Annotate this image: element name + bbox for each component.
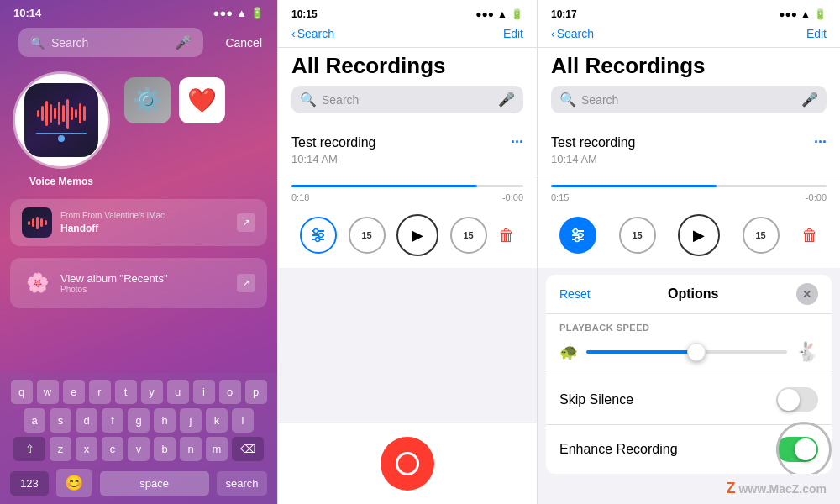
key-c[interactable]: c	[102, 437, 123, 461]
enhance-recording-row-wrapper: Enhance Recording	[546, 424, 832, 474]
speed-slider[interactable]	[586, 350, 787, 354]
phone2-play-button[interactable]: ▶	[396, 214, 438, 256]
phone2-skip-fwd-button[interactable]: 15	[450, 217, 487, 254]
phone3-title: All Recordings	[551, 53, 827, 79]
key-g[interactable]: g	[128, 408, 150, 433]
options-reset-button[interactable]: Reset	[559, 287, 591, 301]
phone2-recording-item[interactable]: Test recording ··· 10:14 AM	[278, 123, 537, 176]
key-d[interactable]: d	[76, 408, 97, 433]
key-y[interactable]: y	[141, 380, 163, 404]
phone3-play-button[interactable]: ▶	[678, 214, 720, 256]
svg-point-10	[579, 234, 583, 238]
speed-slider-thumb	[687, 343, 706, 361]
keyboard-row-1: q w e r t y u i o p	[3, 380, 274, 404]
handoff-arrow: ↗	[237, 213, 255, 232]
speed-slider-row: 🐢 🐇	[559, 341, 818, 363]
phone3-skip-back-button[interactable]: 15	[619, 217, 656, 254]
key-b[interactable]: b	[154, 437, 176, 461]
key-q[interactable]: q	[11, 380, 33, 404]
key-l[interactable]: l	[232, 408, 254, 433]
phone2-search-field[interactable]: 🔍 Search 🎤	[291, 86, 523, 113]
key-f[interactable]: f	[102, 408, 123, 433]
keyboard-bottom-row: 123 😊 space search	[3, 465, 274, 501]
phone1-status-icons: ●●● ▲ 🔋	[213, 7, 264, 19]
voice-memos-app-icon[interactable]	[24, 83, 98, 157]
phone1-search-bar[interactable]: 🔍 Search 🎤	[18, 28, 203, 57]
key-space[interactable]: space	[100, 471, 209, 496]
phone3-controls: 15 ▶ 15 🗑	[551, 211, 827, 260]
key-e[interactable]: e	[63, 380, 85, 404]
key-i[interactable]: i	[193, 380, 215, 404]
key-delete[interactable]: ⌫	[232, 437, 264, 461]
key-j[interactable]: j	[180, 408, 202, 433]
phone3-playback-section: 0:15 -0:00 15 ▶ 15	[538, 176, 840, 268]
key-n[interactable]: n	[180, 437, 202, 461]
phone3-battery: 🔋	[814, 8, 827, 20]
phone3-back-chevron: ‹	[551, 27, 555, 40]
waveform	[37, 99, 86, 129]
phone2-trash-button[interactable]: 🗑	[498, 226, 515, 245]
phone2-search-text: Search	[322, 93, 359, 107]
phone3-back-button[interactable]: ‹ Search	[551, 27, 594, 40]
key-o[interactable]: o	[219, 380, 241, 404]
key-v[interactable]: v	[128, 437, 150, 461]
health-icon[interactable]: ❤️	[179, 77, 225, 123]
settings-icon[interactable]: ⚙️	[124, 77, 171, 123]
phone3-trash-button[interactable]: 🗑	[801, 226, 818, 245]
phone2-edit-button[interactable]: Edit	[503, 27, 523, 40]
key-m[interactable]: m	[206, 437, 228, 461]
keyboard: q w e r t y u i o p a s d f g h j k l ⇧ …	[0, 373, 277, 504]
key-u[interactable]: u	[167, 380, 189, 404]
key-shift[interactable]: ⇧	[13, 437, 45, 461]
phone2-record-inner	[396, 452, 419, 475]
phone3-more-button[interactable]: ···	[814, 134, 827, 151]
phone3-progress-fill	[551, 185, 717, 187]
key-r[interactable]: r	[89, 380, 111, 404]
key-k[interactable]: k	[206, 408, 228, 433]
phone3-search-field[interactable]: 🔍 Search 🎤	[551, 86, 827, 113]
cancel-button[interactable]: Cancel	[218, 36, 269, 50]
svg-point-9	[574, 229, 578, 234]
phone3-options-button[interactable]	[559, 217, 596, 254]
photos-widget[interactable]: 🌸 View album "Recents" Photos ↗	[10, 258, 267, 308]
key-z[interactable]: z	[50, 437, 71, 461]
phone3-skip-fwd-button[interactable]: 15	[743, 217, 780, 254]
phone3-progress-bar[interactable]	[551, 185, 827, 187]
key-search-action[interactable]: search	[217, 471, 267, 496]
key-123[interactable]: 123	[10, 471, 49, 496]
key-h[interactable]: h	[154, 408, 176, 433]
key-a[interactable]: a	[24, 408, 45, 433]
key-x[interactable]: x	[76, 437, 97, 461]
phone2-title: All Recordings	[291, 53, 523, 79]
phone2-play-icon: ▶	[412, 226, 423, 244]
key-emoji[interactable]: 😊	[56, 469, 92, 497]
phone2-controls: 15 ▶ 15 🗑	[291, 211, 523, 260]
handoff-waveform	[28, 217, 47, 229]
phone2-progress-bar[interactable]	[291, 185, 523, 187]
enhance-recording-thumb	[795, 438, 816, 460]
phone2-more-button[interactable]: ···	[511, 134, 523, 151]
phone3-options-panel: Reset Options ✕ PLAYBACK SPEED 🐢 🐇 Skip …	[546, 275, 832, 474]
phone3-recording-item[interactable]: Test recording ··· 10:14 AM	[538, 123, 840, 176]
key-p[interactable]: p	[245, 380, 267, 404]
phone2-record-button[interactable]	[381, 437, 434, 491]
phone2-skip-back-button[interactable]: 15	[349, 217, 386, 254]
handoff-banner[interactable]: From From Valentine's iMac Handoff ↗	[10, 199, 267, 246]
phone3-nav-bar: ‹ Search Edit	[538, 24, 840, 48]
phone2-back-button[interactable]: ‹ Search	[291, 27, 334, 40]
enhance-recording-toggle[interactable]	[776, 437, 818, 462]
key-t[interactable]: t	[115, 380, 137, 404]
skip-silence-toggle[interactable]	[776, 387, 818, 412]
key-w[interactable]: w	[37, 380, 59, 404]
options-header: Reset Options ✕	[546, 275, 832, 314]
wifi-icon: ▲	[236, 7, 247, 19]
phone2-record-section	[278, 423, 537, 504]
svg-point-4	[319, 234, 323, 238]
key-s[interactable]: s	[50, 408, 71, 433]
battery-icon: 🔋	[250, 7, 264, 19]
phone3-edit-button[interactable]: Edit	[806, 27, 827, 40]
phone2-time: 10:15	[291, 8, 318, 20]
phone2-options-button[interactable]	[300, 217, 337, 254]
options-close-button[interactable]: ✕	[796, 283, 818, 305]
watermark-z: Z	[726, 480, 735, 497]
